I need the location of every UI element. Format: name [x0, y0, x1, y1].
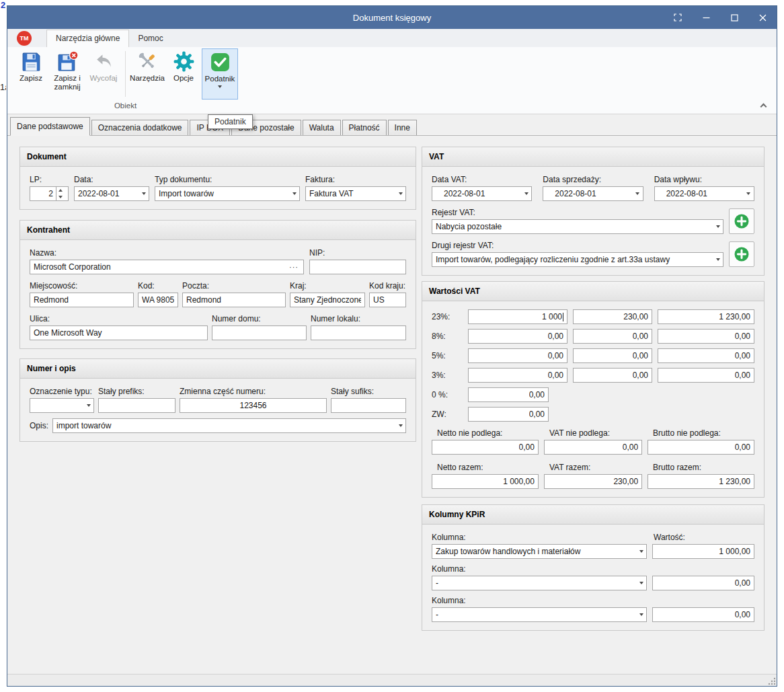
undo-button[interactable]: Wycofaj	[85, 48, 122, 100]
ribbon-tab-pomoc[interactable]: Pomoc	[129, 30, 171, 47]
dropdown-arrow-icon	[713, 253, 723, 266]
vat3-vat-input[interactable]: 0,00	[573, 368, 652, 383]
vat5-brutto-input[interactable]: 0,00	[658, 348, 754, 363]
data-wplywu-combobox[interactable]: 2022-08-01	[654, 186, 754, 201]
kpir-wartosc-2-input[interactable]: 0,00	[652, 576, 754, 590]
kpir-wartosc-1-input[interactable]: 1 000,00	[652, 544, 754, 559]
typ-dokumentu-combobox[interactable]: Import towarów	[155, 186, 300, 201]
vat8-brutto-input[interactable]: 0,00	[658, 329, 754, 344]
kpir-kolumna-1-combobox[interactable]: Zakup towarów handlowych i materiałów	[432, 544, 647, 559]
group-dokument: Dokument LP: 2	[19, 147, 416, 210]
staly-prefiks-label: Stały prefiks:	[98, 387, 175, 396]
netto-nie-podlega-input[interactable]: 0,00	[432, 440, 539, 455]
faktura-label: Faktura:	[305, 175, 406, 184]
typ-dokumentu-label: Typ dokumentu:	[155, 175, 300, 184]
text-caret	[563, 313, 563, 321]
kod-kraju-input[interactable]: US	[369, 293, 406, 307]
spinner-buttons[interactable]	[56, 187, 65, 200]
close-button[interactable]	[748, 6, 777, 29]
staly-sufiks-input[interactable]	[331, 398, 406, 413]
oznaczenie-typu-combobox[interactable]	[30, 398, 94, 413]
netto-razem-input[interactable]: 1 000,00	[432, 474, 539, 489]
save-icon	[20, 50, 42, 73]
numer-lokalu-input[interactable]	[311, 325, 406, 340]
ulica-label: Ulica:	[30, 314, 208, 323]
data-vat-combobox[interactable]: 2022-08-01	[432, 186, 532, 201]
vat0-input[interactable]: 0,00	[468, 387, 549, 402]
dropdown-arrow-icon	[395, 187, 405, 200]
zw-input[interactable]: 0,00	[468, 407, 549, 422]
vat8-netto-input[interactable]: 0,00	[468, 329, 567, 344]
miejscowosc-input[interactable]: Redmond	[30, 293, 134, 307]
dropdown-arrow-icon	[395, 419, 405, 432]
resize-grip[interactable]	[767, 677, 777, 686]
nazwa-input[interactable]: Microsoft Corporation ···	[30, 260, 304, 274]
data-combobox[interactable]: 2022-08-01	[74, 186, 149, 201]
lp-spinner[interactable]: 2	[30, 186, 69, 201]
window-title: Dokument księgowy	[7, 13, 777, 23]
vat5-vat-input[interactable]: 0,00	[573, 348, 652, 363]
undo-icon	[93, 50, 115, 73]
kod-label: Kod:	[138, 281, 178, 291]
add-second-vat-register-button[interactable]	[729, 241, 754, 267]
add-vat-register-button[interactable]	[729, 208, 754, 234]
options-button[interactable]: Opcje	[165, 48, 202, 100]
numer-domu-input[interactable]	[212, 325, 307, 340]
nip-input[interactable]	[309, 260, 406, 274]
taxpayer-button[interactable]: Podatnik	[202, 48, 238, 100]
app-logo[interactable]: TM	[17, 31, 32, 46]
faktura-combobox[interactable]: Faktura VAT	[305, 186, 406, 201]
dropdown-arrow-icon	[636, 576, 646, 590]
save-and-close-button[interactable]: Zapisz i zamknij	[49, 48, 85, 100]
opis-combobox[interactable]: import towarów	[52, 418, 406, 433]
kpir-kolumna-3-combobox[interactable]: -	[432, 607, 647, 622]
ribbon-collapse-button[interactable]	[758, 100, 769, 110]
tab-waluta[interactable]: Waluta	[303, 120, 341, 135]
vat-razem-input[interactable]: 230,00	[544, 474, 642, 489]
zmienna-czesc-numeru-input[interactable]: 123456	[180, 398, 327, 413]
vat3-netto-input[interactable]: 0,00	[468, 368, 567, 383]
tab-inne[interactable]: Inne	[388, 120, 417, 135]
data-sprzedazy-combobox[interactable]: 2022-08-01	[543, 186, 643, 201]
ribbon-tab-narzedzia-glowne[interactable]: Narzędzia główne	[46, 30, 129, 47]
rejestr-vat-label: Rejestr VAT:	[432, 208, 723, 217]
poczta-input[interactable]: Redmond	[182, 293, 286, 307]
kod-input[interactable]: WA 98052	[138, 293, 178, 307]
save-button[interactable]: Zapisz	[13, 48, 49, 100]
fullscreen-button[interactable]	[664, 6, 692, 29]
dropdown-arrow-icon	[744, 187, 754, 200]
tools-button[interactable]: Narzędzia	[129, 48, 165, 100]
vat3-brutto-input[interactable]: 0,00	[658, 368, 754, 383]
kpir-wartosc-3-input[interactable]: 0,00	[652, 607, 754, 622]
brutto-nie-podlega-input[interactable]: 0,00	[648, 440, 754, 455]
drugi-rejestr-vat-combobox[interactable]: Import towarów, podlegający rozliczeniu …	[432, 252, 723, 267]
check-icon	[209, 51, 231, 73]
maximize-button[interactable]	[720, 6, 748, 29]
minimize-button[interactable]	[692, 6, 720, 29]
tab-oznaczenia-dodatkowe[interactable]: Oznaczenia dodatkowe	[91, 120, 189, 135]
vat8-vat-input[interactable]: 0,00	[573, 329, 652, 344]
vat23-netto-input[interactable]: 1 000	[468, 309, 567, 324]
ulica-input[interactable]: One Microsoft Way	[30, 325, 208, 340]
rejestr-vat-combobox[interactable]: Nabycia pozostałe	[432, 219, 723, 234]
zw-label: ZW:	[432, 410, 463, 419]
taxpayer-tooltip: Podatnik	[208, 114, 253, 129]
tab-platnosc[interactable]: Płatność	[342, 120, 387, 135]
dropdown-arrow-icon	[633, 187, 643, 200]
vat23-vat-input[interactable]: 230,00	[573, 309, 652, 324]
plus-icon	[732, 245, 751, 264]
tab-dane-podstawowe[interactable]: Dane podstawowe	[10, 117, 90, 136]
ellipsis-button[interactable]: ···	[286, 263, 300, 271]
staly-prefiks-input[interactable]	[98, 398, 175, 413]
kraj-input[interactable]: Stany Zjednoczone	[290, 293, 365, 307]
kpir-kolumna-2-combobox[interactable]: -	[432, 576, 647, 590]
vat-nie-podlega-input[interactable]: 0,00	[544, 440, 642, 455]
close-icon	[759, 14, 767, 22]
brutto-razem-input[interactable]: 1 230,00	[648, 474, 754, 489]
titlebar[interactable]: Dokument księgowy	[7, 6, 777, 29]
drugi-rejestr-vat-label: Drugi rejestr VAT:	[432, 241, 723, 250]
dropdown-arrow-icon	[83, 399, 93, 412]
vat23-brutto-input[interactable]: 1 230,00	[658, 309, 754, 324]
ribbon: TM Narzędzia główne Pomoc Zapisz	[7, 29, 777, 114]
vat5-netto-input[interactable]: 0,00	[468, 348, 567, 363]
